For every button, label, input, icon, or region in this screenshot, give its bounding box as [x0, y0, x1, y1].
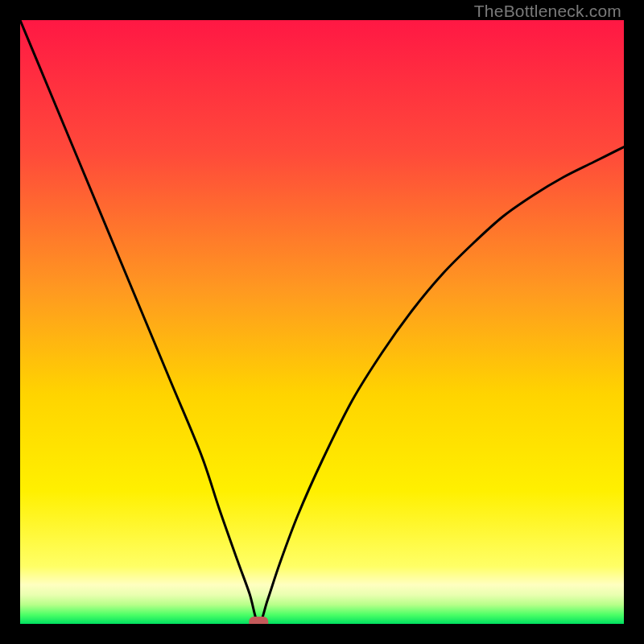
- chart-frame: [20, 20, 624, 624]
- optimal-point-marker: [249, 617, 268, 624]
- gradient-background: [20, 20, 624, 624]
- bottleneck-chart: [20, 20, 624, 624]
- watermark-text: TheBottleneck.com: [474, 2, 621, 21]
